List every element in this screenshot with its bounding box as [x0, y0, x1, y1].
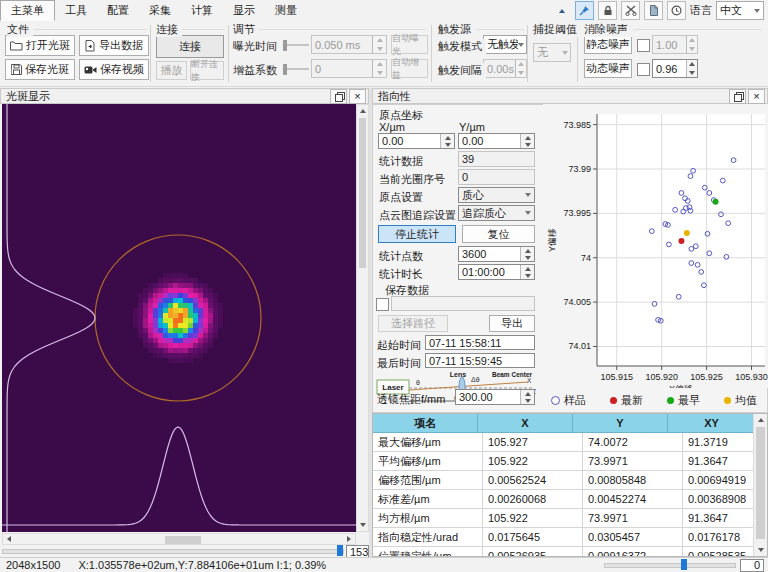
status-slider-handle[interactable]	[681, 559, 687, 570]
cloud-track-select[interactable]: 追踪质心	[458, 205, 535, 221]
dynamic-noise-button[interactable]: 动态噪声	[584, 59, 632, 78]
static-noise-spinner[interactable]	[686, 36, 697, 53]
spot-panel-close-button[interactable]: ×	[349, 89, 366, 104]
save-path-field[interactable]	[391, 296, 535, 311]
capture-threshold-select[interactable]: 无	[533, 43, 571, 62]
language-select[interactable]: 中文	[716, 1, 764, 20]
clock-icon[interactable]	[667, 1, 686, 20]
lock-glyph-icon	[603, 5, 613, 16]
table-row-2[interactable]: 偏移范围/µm0.005625240.008058480.00694919	[373, 471, 756, 490]
gain-field[interactable]: 0	[311, 59, 387, 78]
stat-duration-field[interactable]: 01:00:00	[458, 264, 535, 280]
stat-points-field[interactable]: 3600	[458, 246, 535, 262]
table-row-1[interactable]: 平均偏移/µm105.92273.997191.3647	[373, 452, 756, 471]
menu-tab-0[interactable]: 主菜单	[0, 0, 55, 21]
table-header-3[interactable]: XY	[668, 414, 756, 432]
origin-y-field[interactable]: 0.00	[458, 133, 535, 149]
origin-x-field[interactable]: 0.00	[378, 133, 455, 149]
trigger-interval-spinner[interactable]	[515, 60, 526, 77]
beam-spot-canvas[interactable]	[2, 104, 356, 532]
origin-x-spinner[interactable]	[440, 134, 454, 148]
exposure-spinner[interactable]	[372, 36, 386, 53]
pointing-panel-close-button[interactable]: ×	[748, 89, 765, 104]
spot-panel-title: 光斑显示	[6, 89, 50, 104]
vscroll-thumb[interactable]	[359, 118, 366, 268]
trigger-mode-select[interactable]: 无触发	[483, 35, 527, 54]
stat-duration-spinner[interactable]	[520, 265, 534, 279]
menu-tab-3[interactable]: 采集	[139, 0, 181, 21]
menu-tab-6[interactable]: 测量	[265, 0, 307, 21]
menu-tab-2[interactable]: 配置	[97, 0, 139, 21]
choose-path-button[interactable]: 选择路径	[378, 315, 448, 332]
gain-spinner[interactable]	[372, 60, 386, 77]
toolbar-divider	[431, 25, 432, 82]
hscroll-thumb[interactable]	[165, 536, 201, 544]
connect-button[interactable]: 连接	[156, 35, 224, 58]
scale-slider-handle[interactable]	[337, 545, 343, 556]
reset-button[interactable]: 复位	[462, 225, 535, 243]
auto-gain-button[interactable]: 自动增益	[391, 59, 428, 78]
pin-icon[interactable]	[575, 1, 594, 20]
table-row-4[interactable]: 均方根/µm105.92273.997191.3647	[373, 509, 756, 528]
collapse-toolbar-icon[interactable]	[552, 1, 571, 20]
scroll-left-button[interactable]	[3, 534, 15, 544]
stop-statistics-button[interactable]: 停止统计	[378, 225, 456, 243]
start-time-field[interactable]: 07-11 15:58:11	[425, 335, 535, 350]
document-icon[interactable]	[644, 1, 663, 20]
scroll-right-button[interactable]	[343, 534, 355, 544]
table-scroll-up-button[interactable]	[754, 414, 767, 426]
table-header-0[interactable]: 项名	[373, 414, 478, 432]
status-slider-track[interactable]	[604, 563, 736, 568]
dynamic-noise-spinner[interactable]	[686, 60, 697, 77]
table-row-3[interactable]: 标准差/µm0.002600680.004522740.00368908	[373, 490, 756, 509]
open-spot-button[interactable]: 打开光斑	[5, 35, 75, 56]
play-button[interactable]: 播放	[156, 61, 187, 80]
exposure-field[interactable]: 0.050 ms	[311, 35, 387, 54]
table-scroll-down-button[interactable]	[754, 544, 767, 556]
save-video-button[interactable]: 保存视频	[79, 59, 149, 80]
focal-length-field[interactable]: 300.00	[455, 389, 535, 405]
table-header-2[interactable]: Y	[573, 414, 668, 432]
table-row-5[interactable]: 指向稳定性/urad0.01756450.03054570.0176178	[373, 528, 756, 547]
stat-points-spinner[interactable]	[520, 247, 534, 261]
cut-icon[interactable]	[621, 1, 640, 20]
exposure-slider[interactable]	[283, 38, 309, 52]
spot-vscrollbar[interactable]	[356, 104, 369, 532]
disconnect-button[interactable]: 断开连接	[190, 61, 224, 80]
table-vscrollbar[interactable]	[753, 414, 767, 556]
pointing-panel-float-button[interactable]	[729, 89, 746, 104]
gain-slider[interactable]	[283, 62, 309, 76]
table-row-6[interactable]: 位置稳定性/µm0.005269350.009163720.00528535	[373, 547, 756, 557]
menu-tab-5[interactable]: 显示	[223, 0, 265, 21]
end-time-field[interactable]: 07-11 15:59:45	[425, 353, 535, 368]
spot-panel-float-button[interactable]	[330, 89, 347, 104]
lock-icon[interactable]	[598, 1, 617, 20]
status-slider-field[interactable]: 0	[740, 559, 764, 572]
save-spot-button[interactable]: 保存光斑	[5, 59, 75, 80]
save-data-checkbox[interactable]	[376, 298, 389, 311]
origin-setting-select[interactable]: 质心	[458, 187, 535, 203]
spot-hscrollbar[interactable]	[2, 533, 356, 545]
table-row-0[interactable]: 最大偏移/µm105.92774.007291.3719	[373, 433, 756, 452]
video-camera-icon	[84, 65, 97, 75]
scroll-up-button[interactable]	[357, 105, 368, 117]
scale-slider-track[interactable]	[2, 549, 344, 554]
static-noise-button[interactable]: 静态噪声	[584, 35, 632, 54]
scroll-down-button[interactable]	[357, 519, 368, 531]
menu-tab-4[interactable]: 计算	[181, 0, 223, 21]
static-noise-checkbox[interactable]	[637, 39, 650, 52]
dynamic-noise-field[interactable]: 0.96	[652, 59, 698, 78]
legend-marker-icon	[551, 396, 560, 405]
static-noise-field[interactable]: 1.00	[652, 35, 698, 54]
origin-y-spinner[interactable]	[520, 134, 534, 148]
menu-tab-1[interactable]: 工具	[55, 0, 97, 21]
table-header-1[interactable]: X	[478, 414, 573, 432]
trigger-interval-field[interactable]: 0.00s	[483, 59, 527, 78]
auto-exposure-button[interactable]: 自动曝光	[391, 35, 428, 54]
dynamic-noise-checkbox[interactable]	[637, 63, 650, 76]
export-button[interactable]: 导出	[489, 315, 535, 332]
table-vscroll-thumb[interactable]	[756, 427, 765, 539]
scale-value: 153	[347, 546, 368, 558]
focal-length-spinner[interactable]	[520, 390, 534, 404]
export-data-button[interactable]: 导出数据	[79, 35, 149, 56]
